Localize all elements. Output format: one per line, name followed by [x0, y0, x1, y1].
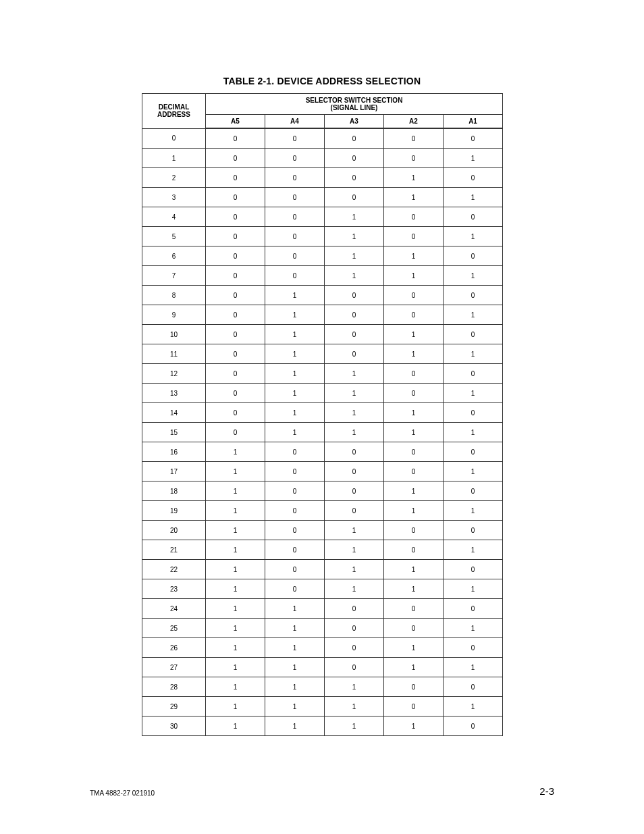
cell-signal-value: 1	[384, 403, 444, 423]
cell-signal-value: 0	[325, 344, 384, 364]
device-address-table: DECIMAL ADDRESS SELECTOR SWITCH SECTION …	[142, 93, 503, 736]
cell-signal-value: 0	[384, 599, 444, 619]
cell-signal-value: 0	[265, 128, 325, 149]
table-row: 1910011	[142, 501, 503, 521]
cell-signal-value: 0	[206, 286, 265, 305]
cell-signal-value: 0	[384, 364, 444, 384]
cell-signal-value: 0	[325, 599, 384, 619]
cell-signal-value: 0	[384, 521, 444, 540]
decimal-label-line1: DECIMAL	[159, 103, 190, 111]
cell-signal-value: 0	[384, 697, 444, 716]
cell-signal-value: 0	[384, 442, 444, 462]
cell-signal-value: 1	[384, 501, 444, 521]
cell-signal-value: 0	[206, 325, 265, 344]
cell-signal-value: 0	[206, 364, 265, 384]
cell-signal-value: 0	[444, 128, 503, 149]
cell-signal-value: 1	[384, 716, 444, 736]
cell-signal-value: 1	[325, 266, 384, 286]
cell-signal-value: 0	[444, 325, 503, 344]
cell-signal-value: 0	[444, 364, 503, 384]
cell-decimal-address: 25	[142, 619, 206, 638]
cell-signal-value: 0	[265, 560, 325, 579]
cell-signal-value: 1	[325, 540, 384, 560]
cell-signal-value: 0	[206, 403, 265, 423]
cell-signal-value: 1	[325, 227, 384, 246]
cell-signal-value: 1	[265, 305, 325, 325]
cell-signal-value: 1	[206, 599, 265, 619]
cell-signal-value: 0	[206, 246, 265, 266]
cell-decimal-address: 28	[142, 677, 206, 697]
group-label-line1: SELECTOR SWITCH SECTION	[306, 97, 403, 104]
cell-signal-value: 0	[444, 286, 503, 305]
cell-signal-value: 1	[265, 619, 325, 638]
cell-signal-value: 0	[325, 481, 384, 501]
cell-decimal-address: 7	[142, 266, 206, 286]
cell-decimal-address: 11	[142, 344, 206, 364]
cell-signal-value: 1	[325, 521, 384, 540]
cell-signal-value: 0	[265, 149, 325, 168]
cell-signal-value: 1	[265, 599, 325, 619]
table-row: 1710001	[142, 462, 503, 481]
cell-decimal-address: 14	[142, 403, 206, 423]
cell-signal-value: 0	[265, 540, 325, 560]
cell-signal-value: 1	[265, 325, 325, 344]
page-footer: TMA 4882-27 021910 2-3	[90, 785, 554, 797]
table-container: DECIMAL ADDRESS SELECTOR SWITCH SECTION …	[142, 93, 502, 736]
cell-signal-value: 1	[384, 638, 444, 658]
table-row: 2811100	[142, 677, 503, 697]
cell-signal-value: 1	[384, 579, 444, 599]
cell-signal-value: 0	[444, 560, 503, 579]
cell-signal-value: 0	[206, 149, 265, 168]
cell-signal-value: 0	[325, 442, 384, 462]
cell-signal-value: 1	[444, 149, 503, 168]
cell-signal-value: 1	[384, 325, 444, 344]
cell-signal-value: 1	[325, 579, 384, 599]
cell-signal-value: 0	[444, 207, 503, 227]
cell-signal-value: 1	[444, 501, 503, 521]
cell-signal-value: 0	[265, 246, 325, 266]
cell-decimal-address: 4	[142, 207, 206, 227]
cell-decimal-address: 21	[142, 540, 206, 560]
cell-signal-value: 1	[265, 403, 325, 423]
cell-signal-value: 1	[384, 658, 444, 677]
table-row: 1001010	[142, 325, 503, 344]
cell-signal-value: 0	[325, 658, 384, 677]
cell-signal-value: 0	[384, 305, 444, 325]
cell-signal-value: 0	[444, 716, 503, 736]
cell-signal-value: 0	[384, 619, 444, 638]
cell-decimal-address: 17	[142, 462, 206, 481]
cell-signal-value: 1	[265, 384, 325, 403]
cell-signal-value: 0	[206, 188, 265, 207]
cell-signal-value: 0	[265, 188, 325, 207]
table-row: 400100	[142, 207, 503, 227]
cell-signal-value: 1	[384, 481, 444, 501]
table-row: 100001	[142, 149, 503, 168]
cell-decimal-address: 12	[142, 364, 206, 384]
table-row: 2411000	[142, 599, 503, 619]
cell-decimal-address: 27	[142, 658, 206, 677]
col-header-a4: A4	[265, 115, 325, 129]
table-row: 2911101	[142, 697, 503, 716]
cell-decimal-address: 23	[142, 579, 206, 599]
cell-signal-value: 1	[444, 462, 503, 481]
cell-signal-value: 1	[444, 188, 503, 207]
cell-signal-value: 1	[206, 462, 265, 481]
table-row: 1101011	[142, 344, 503, 364]
cell-signal-value: 0	[206, 384, 265, 403]
cell-decimal-address: 5	[142, 227, 206, 246]
cell-signal-value: 0	[325, 149, 384, 168]
cell-signal-value: 0	[325, 168, 384, 188]
cell-signal-value: 1	[384, 188, 444, 207]
cell-signal-value: 1	[265, 716, 325, 736]
cell-signal-value: 0	[384, 540, 444, 560]
table-row: 2310111	[142, 579, 503, 599]
table-body: 0000001000012000103000114001005001016001…	[142, 128, 503, 736]
cell-signal-value: 0	[265, 442, 325, 462]
cell-decimal-address: 24	[142, 599, 206, 619]
cell-signal-value: 1	[265, 677, 325, 697]
cell-signal-value: 0	[206, 168, 265, 188]
table-row: 2511001	[142, 619, 503, 638]
cell-decimal-address: 10	[142, 325, 206, 344]
cell-signal-value: 0	[265, 168, 325, 188]
table-row: 2010100	[142, 521, 503, 540]
